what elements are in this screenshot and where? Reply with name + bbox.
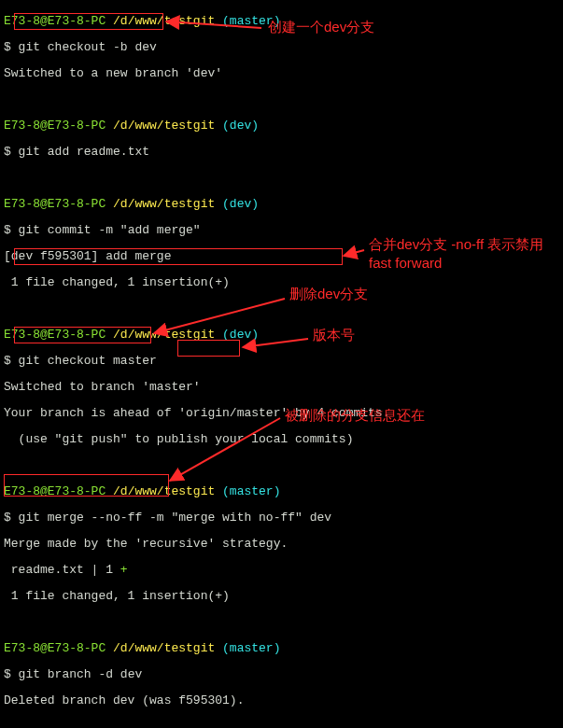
prompt-path: /d/www/testgit: [113, 14, 215, 28]
cmd-checkout-b-dev[interactable]: git checkout -b dev: [19, 40, 157, 54]
terminal-output: E73-8@E73-8-PC /d/www/testgit (master) $…: [0, 0, 393, 728]
prompt-host: E73-8@E73-8-PC: [4, 14, 106, 28]
deleted-hash: f595301: [178, 693, 230, 707]
prompt-branch: (master): [222, 14, 280, 28]
cmd-git-add[interactable]: git add readme.txt: [19, 145, 149, 159]
cmd-git-merge[interactable]: git merge --no-ff -m "merge with no-ff" …: [19, 511, 331, 525]
out-merge3: 1 file changed, 1 insertion(+): [4, 590, 389, 603]
out-commit-1: [dev f595301] add merge: [4, 250, 389, 263]
out-switched-dev: Switched to a new branch 'dev': [4, 67, 389, 80]
cmd-git-commit[interactable]: git commit -m "add merge": [19, 223, 201, 237]
out-ahead: Your branch is ahead of 'origin/master' …: [4, 407, 389, 420]
out-commit-2: 1 file changed, 1 insertion(+): [4, 276, 389, 289]
cmd-branch-d[interactable]: git branch -d dev: [19, 667, 143, 681]
out-switched-master: Switched to branch 'master': [4, 381, 389, 394]
annot-merge-noff-1: 合并dev分支 -no-ff 表示禁用: [369, 238, 543, 251]
out-ahead2: (use "git push" to publish your local co…: [4, 433, 389, 446]
out-merge1: Merge made by the 'recursive' strategy.: [4, 538, 389, 551]
cmd-checkout-master[interactable]: git checkout master: [19, 354, 157, 368]
